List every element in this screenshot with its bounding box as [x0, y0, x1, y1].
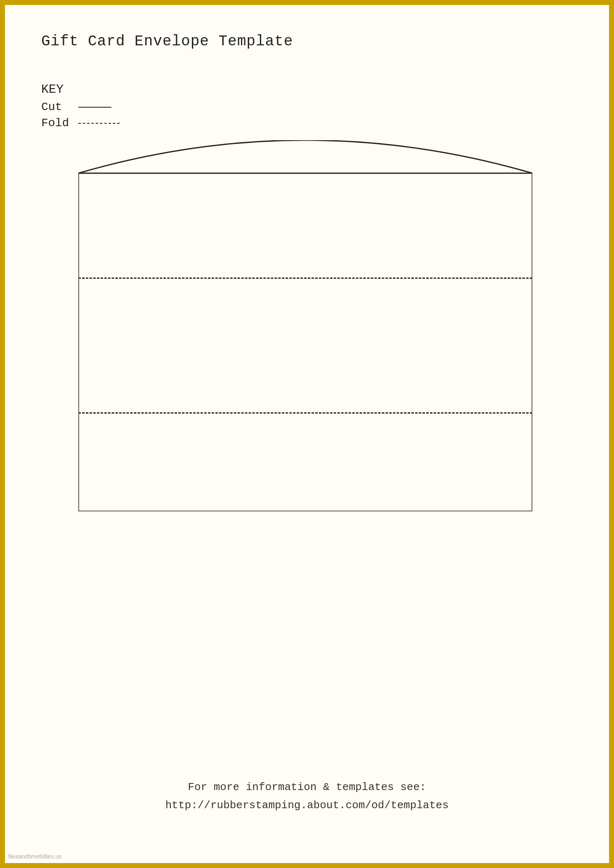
footer-line1: For more information & templates see: — [0, 778, 614, 796]
key-cut-line — [78, 107, 111, 108]
envelope-svg — [78, 140, 532, 511]
fold-line-2 — [78, 412, 532, 414]
fold-line-1 — [78, 278, 532, 279]
key-heading: KEY — [41, 82, 120, 96]
footer-line2: http://rubberstamping.about.com/od/templ… — [0, 796, 614, 814]
key-fold-line — [78, 123, 120, 124]
key-fold-item: Fold — [41, 117, 120, 129]
key-cut-label: Cut — [41, 101, 74, 113]
key-section: KEY Cut Fold — [41, 82, 120, 133]
envelope-template — [78, 140, 532, 511]
footer-section: For more information & templates see: ht… — [0, 778, 614, 814]
svg-rect-0 — [78, 173, 532, 511]
page-title: Gift Card Envelope Template — [41, 33, 293, 50]
key-fold-label: Fold — [41, 117, 74, 129]
key-cut-item: Cut — [41, 101, 120, 113]
watermark: filesandtimefollies.us — [8, 853, 61, 860]
